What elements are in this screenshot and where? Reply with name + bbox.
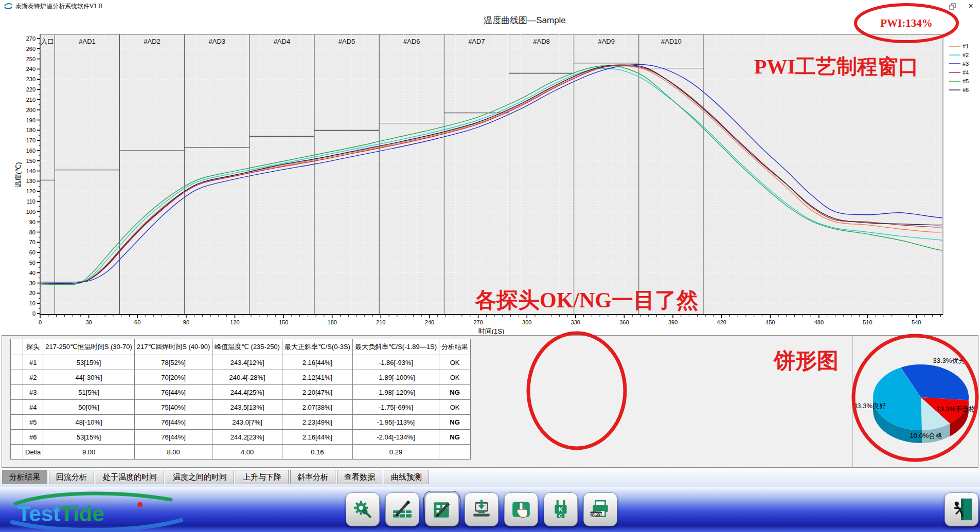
tab-上升与下降[interactable]: 上升与下降 <box>236 470 289 484</box>
table-cell[interactable]: 4.00 <box>212 445 282 460</box>
table-row[interactable]: #450[0%]75[40%]243.5[13%]2.07[38%]-1.75[… <box>11 400 471 415</box>
connector-button[interactable]: K <box>544 492 578 526</box>
table-cell[interactable]: -1.86[-93%] <box>352 355 439 370</box>
table-row[interactable]: #548[-10%]76[44%]243.0[7%]2.23[49%]-1.95… <box>11 415 471 430</box>
table-cell[interactable]: 9.00 <box>43 445 135 460</box>
svg-text:90: 90 <box>183 319 189 325</box>
table-cell[interactable]: 8.00 <box>134 445 212 460</box>
tab-处于温度的时间[interactable]: 处于温度的时间 <box>96 470 164 484</box>
minimize-button[interactable]: – <box>924 0 943 12</box>
pie-label: 33.3%优秀 <box>933 357 966 364</box>
download-button[interactable] <box>465 492 498 526</box>
svg-text:70: 70 <box>29 239 35 245</box>
table-cell[interactable]: 243.0[7%] <box>212 415 282 430</box>
table-cell[interactable]: #1 <box>23 355 43 370</box>
table-cell[interactable]: 2.23[49%] <box>282 415 352 430</box>
svg-text:50: 50 <box>29 260 35 266</box>
column-header: 217℃回焊时间S (40-90) <box>134 339 212 355</box>
table-cell[interactable]: NG <box>439 430 471 445</box>
table-cell[interactable]: 0.29 <box>352 445 439 460</box>
table-cell[interactable]: -1.75[-69%] <box>352 400 439 415</box>
table-cell[interactable]: 53[15%] <box>43 430 135 445</box>
svg-text:210: 210 <box>26 97 35 103</box>
svg-text:200: 200 <box>26 107 35 113</box>
table-cell[interactable]: OK <box>439 370 471 385</box>
close-button[interactable]: × <box>961 0 980 12</box>
table-cell[interactable]: -1.89[-100%] <box>352 370 439 385</box>
tab-分析结果[interactable]: 分析结果 <box>2 470 47 484</box>
table-cell[interactable]: 75[40%] <box>134 400 212 415</box>
table-cell[interactable]: #4 <box>23 400 43 415</box>
table-cell[interactable]: 244.2[23%] <box>212 430 282 445</box>
exit-button[interactable] <box>945 492 978 526</box>
window-title: 泰斯泰特炉温分析系统软件V1.0 <box>15 2 102 11</box>
table-cell[interactable]: 78[52%] <box>134 355 212 370</box>
pie-label: 13.3%不合格 <box>936 405 975 413</box>
table-cell[interactable]: 240.4[-28%] <box>212 370 282 385</box>
table-cell[interactable]: -1.98[-120%] <box>352 385 439 400</box>
settings-button[interactable] <box>346 492 380 526</box>
svg-text:210: 210 <box>376 319 385 325</box>
tab-曲线预测[interactable]: 曲线预测 <box>384 470 429 484</box>
table-cell[interactable]: 0.16 <box>282 445 352 460</box>
svg-text:60: 60 <box>134 319 140 325</box>
table-cell[interactable]: NG <box>439 415 471 430</box>
table-cell[interactable]: OK <box>439 400 471 415</box>
print-curve-button[interactable]: CURVE <box>583 492 617 526</box>
table-row[interactable]: #351[5%]76[44%]244.4[25%]2.20[47%]-1.98[… <box>11 385 471 400</box>
board-edit-button[interactable] <box>425 492 459 526</box>
table-cell[interactable]: -1.95[-113%] <box>352 415 439 430</box>
table-cell[interactable]: 2.12[41%] <box>282 370 352 385</box>
svg-text:#AD7: #AD7 <box>468 38 485 45</box>
svg-text:180: 180 <box>26 127 35 133</box>
touch-select-button[interactable] <box>504 492 538 526</box>
table-cell[interactable]: 44[-30%] <box>43 370 135 385</box>
table-cell[interactable]: 50[0%] <box>43 400 135 415</box>
pcb-pen-icon <box>431 499 453 520</box>
svg-text:180: 180 <box>328 319 337 325</box>
table-cell[interactable]: 2.16[44%] <box>282 430 352 445</box>
restore-button[interactable] <box>943 0 961 12</box>
edit-notes-button[interactable] <box>385 492 419 526</box>
table-cell[interactable]: 243.4[12%] <box>212 355 282 370</box>
table-cell[interactable]: 53[15%] <box>43 355 135 370</box>
grade-pie-svg: 33.3%优秀13.3%不合格10.0%合格43.3%良好 <box>792 334 980 469</box>
table-cell[interactable]: 76[44%] <box>134 385 212 400</box>
table-cell[interactable]: 76[44%] <box>134 430 212 445</box>
pie-label: 43.3%良好 <box>853 402 886 410</box>
table-row[interactable]: #653[15%]76[44%]244.2[23%]2.16[44%]-2.04… <box>11 430 471 445</box>
table-cell[interactable]: 70[20%] <box>134 370 212 385</box>
table-cell[interactable]: #6 <box>23 430 43 445</box>
table-cell[interactable]: 2.16[44%] <box>282 355 352 370</box>
tab-回流分析[interactable]: 回流分析 <box>49 470 94 484</box>
table-cell[interactable]: 2.07[38%] <box>282 400 352 415</box>
svg-text:140: 140 <box>26 168 35 174</box>
tab-斜率分析[interactable]: 斜率分析 <box>290 470 335 484</box>
table-cell[interactable]: 48[-10%] <box>43 415 135 430</box>
svg-text:#4: #4 <box>963 69 969 76</box>
svg-text:CURVE: CURVE <box>590 512 602 516</box>
svg-text:#AD2: #AD2 <box>144 38 161 45</box>
table-cell[interactable]: 243.5[13%] <box>212 400 282 415</box>
tab-温度之间的时间[interactable]: 温度之间的时间 <box>166 470 234 484</box>
table-cell[interactable]: #3 <box>23 385 43 400</box>
title-bar: 泰斯泰特炉温分析系统软件V1.0 – × <box>0 0 980 12</box>
tab-查看数据[interactable]: 查看数据 <box>337 470 382 484</box>
table-cell[interactable]: NG <box>439 385 471 400</box>
table-row[interactable]: #153[15%]78[52%]243.4[12%]2.16[44%]-1.86… <box>11 355 471 370</box>
table-cell[interactable] <box>439 445 471 460</box>
table-cell[interactable]: 244.4[25%] <box>212 385 282 400</box>
table-cell[interactable]: 2.20[47%] <box>282 385 352 400</box>
svg-text:130: 130 <box>26 178 35 184</box>
table-cell[interactable]: OK <box>439 355 471 370</box>
table-cell[interactable]: -2.04[-134%] <box>352 430 439 445</box>
table-cell[interactable]: #2 <box>23 370 43 385</box>
table-cell[interactable]: 51[5%] <box>43 385 135 400</box>
table-cell[interactable]: 76[44%] <box>134 415 212 430</box>
table-cell[interactable]: #5 <box>23 415 43 430</box>
table-cell[interactable]: Delta <box>23 445 43 460</box>
svg-text:#AD3: #AD3 <box>209 38 226 45</box>
table-row[interactable]: Delta9.008.004.000.160.29 <box>11 445 471 460</box>
table-row[interactable]: #244[-30%]70[20%]240.4[-28%]2.12[41%]-1.… <box>11 370 471 385</box>
tabs: 分析结果回流分析处于温度的时间温度之间的时间上升与下降斜率分析查看数据曲线预测 <box>2 470 431 484</box>
